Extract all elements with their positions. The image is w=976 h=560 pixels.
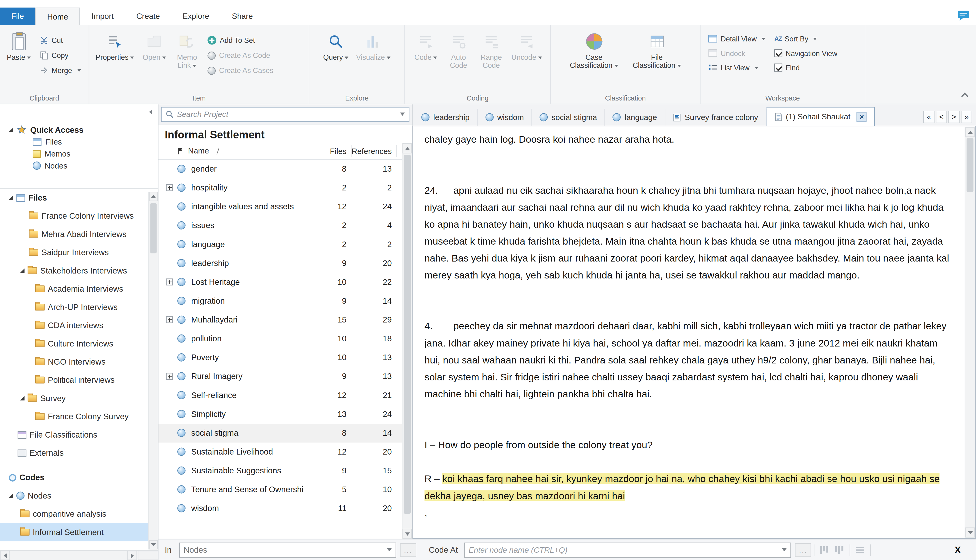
nav-item-arch-up-interviews[interactable]: Arch-UP Interviews [0, 298, 158, 316]
expand-plus-icon[interactable] [166, 278, 173, 285]
list-row-poverty[interactable]: Poverty1013 [158, 348, 402, 367]
list-row-hospitality[interactable]: hospitality22 [158, 178, 402, 197]
doc-tab-language[interactable]: language [605, 109, 665, 126]
nav-item-france-colony-survey[interactable]: France Colony Survey [0, 407, 158, 426]
merge-button[interactable]: Merge [37, 63, 84, 78]
nav-hscrollbar[interactable] [0, 550, 158, 560]
code-at-input[interactable] [469, 545, 782, 554]
scroll-right-icon[interactable] [127, 551, 137, 560]
tab-file[interactable]: File [0, 8, 35, 25]
list-row-lost-heritage[interactable]: Lost Heritage1022 [158, 273, 402, 292]
memo-link-button[interactable]: MemoLink [172, 30, 202, 71]
list-row-self-reliance[interactable]: Self-reliance1221 [158, 386, 402, 405]
expander-icon[interactable] [20, 268, 25, 273]
column-name-header[interactable]: Name [177, 147, 219, 155]
scrollbar-thumb[interactable] [150, 203, 157, 253]
code-scope-combobox[interactable]: Nodes [179, 542, 396, 557]
tab-import[interactable]: Import [80, 8, 125, 25]
nav-item-culture-interviews[interactable]: Culture Interviews [0, 335, 158, 353]
list-row-sustainable-suggestions[interactable]: Sustainable Suggestions915 [158, 462, 402, 480]
list-row-language[interactable]: language22 [158, 235, 402, 254]
nav-item-nodes[interactable]: Nodes [0, 487, 158, 505]
code-selection-icon[interactable] [819, 545, 830, 555]
nav-item-cda-interviews[interactable]: CDA interviews [0, 316, 158, 334]
expander-icon[interactable] [20, 396, 25, 401]
quick-access-nodes[interactable]: Nodes [0, 160, 158, 172]
create-as-code-button[interactable]: Create As Code [205, 48, 277, 63]
add-to-set-button[interactable]: Add To Set [205, 33, 277, 48]
cut-button[interactable]: Cut [37, 33, 84, 48]
create-as-cases-button[interactable]: Create As Cases [205, 63, 277, 78]
list-row-sustainable-livelihood[interactable]: Sustainable Livelihood1220 [158, 443, 402, 462]
properties-button[interactable]: Properties [93, 30, 137, 63]
nav-scrollbar[interactable] [148, 192, 158, 550]
scroll-up-icon[interactable] [965, 127, 975, 137]
collapse-ribbon-icon[interactable] [961, 93, 968, 100]
nav-item-comparitive-analysis[interactable]: comparitive analysis [0, 505, 158, 523]
nav-item-france-colony-interviews[interactable]: France Colony Interviews [0, 207, 158, 225]
nav-item-mehra-abadi-interviews[interactable]: Mehra Abadi Interviews [0, 225, 158, 243]
list-row-rural-imagery[interactable]: Rural Imagery913 [158, 367, 402, 386]
doc-tab-survey-france-colony[interactable]: Survey france colony [665, 109, 766, 126]
scroll-down-icon[interactable] [965, 528, 975, 538]
search-input[interactable] [177, 110, 397, 118]
open-button[interactable]: Open [139, 30, 169, 63]
code-at-input-box[interactable] [464, 542, 791, 557]
scroll-up-icon[interactable] [149, 192, 158, 201]
prev-tab-icon[interactable]: < [936, 111, 947, 123]
uncode-button[interactable]: Uncode [509, 30, 544, 63]
nav-item-saidpur-interviews[interactable]: Saidpur Interviews [0, 243, 158, 262]
doc-tab-leadership[interactable]: leadership [414, 109, 478, 126]
list-row-simplicity[interactable]: Simplicity1324 [158, 405, 402, 424]
navigation-view-checkbox[interactable]: Navigation View [774, 46, 838, 60]
range-code-button[interactable]: RangeCode [476, 30, 506, 71]
document-scrollbar[interactable] [965, 127, 975, 537]
first-tab-icon[interactable]: « [923, 111, 934, 123]
copy-button[interactable]: Copy [37, 48, 84, 63]
visualize-button[interactable]: Visualize [354, 30, 393, 63]
expand-plus-icon[interactable] [166, 184, 173, 191]
detail-view-button[interactable]: Detail View [708, 32, 766, 46]
quick-access-header[interactable]: Quick Access [0, 123, 158, 136]
paste-button[interactable]: Paste [4, 30, 34, 63]
collapse-nav-icon[interactable] [145, 107, 155, 117]
close-coding-bar-button[interactable]: X [954, 545, 961, 555]
nav-item-files[interactable]: Files [0, 188, 158, 207]
list-row-intangible-values[interactable]: intangible values and assets1224 [158, 197, 402, 216]
search-box[interactable] [161, 107, 409, 122]
uncode-selection-icon[interactable] [834, 545, 845, 555]
code-button[interactable]: Code [410, 30, 441, 63]
column-references-header[interactable]: References [352, 147, 392, 156]
nav-item-academia-interviews[interactable]: Academia Interviews [0, 280, 158, 298]
quick-access-files[interactable]: Files [0, 136, 158, 148]
expander-icon[interactable] [9, 127, 13, 132]
scroll-up-icon[interactable] [402, 143, 412, 153]
list-row-social-stigma[interactable]: social stigma814 [158, 424, 402, 443]
expander-icon[interactable] [9, 493, 13, 498]
column-files-header[interactable]: Files [330, 147, 347, 156]
query-button[interactable]: Query [321, 30, 351, 63]
list-row-tenure[interactable]: Tenure and Sense of Ownershi510 [158, 480, 402, 499]
quick-access-memos[interactable]: Memos [0, 148, 158, 160]
list-row-migration[interactable]: migration914 [158, 292, 402, 310]
doc-tab-sohail-shaukat[interactable]: (1) Sohail Shaukat × [766, 107, 875, 126]
expand-plus-icon[interactable] [166, 316, 173, 323]
browse-node-button[interactable]: ... [795, 543, 811, 557]
doc-tab-wisdom[interactable]: wisdom [478, 109, 532, 126]
list-row-wisdom[interactable]: wisdom1120 [158, 499, 402, 518]
nav-section-codes[interactable]: Codes [0, 468, 158, 487]
tab-explore[interactable]: Explore [171, 8, 220, 25]
tab-create[interactable]: Create [125, 8, 171, 25]
case-classification-button[interactable]: Case Classification [564, 30, 624, 71]
nav-item-political-interviews[interactable]: Political interviews [0, 371, 158, 389]
auto-code-button[interactable]: AutoCode [444, 30, 474, 71]
scroll-left-icon[interactable] [0, 551, 10, 560]
scrollbar-thumb[interactable] [967, 138, 973, 192]
scroll-down-icon[interactable] [149, 540, 158, 549]
list-row-issues[interactable]: issues24 [158, 216, 402, 235]
browse-scope-button[interactable]: ... [400, 543, 416, 557]
list-row-muhallaydari[interactable]: Muhallaydari1529 [158, 310, 402, 329]
list-row-pollution[interactable]: pollution1018 [158, 329, 402, 348]
nav-item-externals[interactable]: Externals [0, 444, 158, 462]
find-checkbox[interactable]: Find [774, 60, 838, 75]
